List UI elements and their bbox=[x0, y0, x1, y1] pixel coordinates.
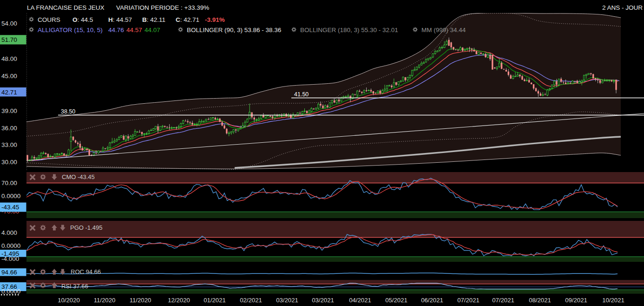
svg-text:54.00: 54.00 bbox=[1, 20, 17, 27]
svg-text:COURS: COURS bbox=[38, 16, 60, 23]
svg-text:36.00: 36.00 bbox=[1, 125, 17, 132]
svg-text:44.07: 44.07 bbox=[145, 27, 160, 33]
svg-text:C: 42.71: C: 42.71 bbox=[176, 16, 199, 23]
svg-text:94.66: 94.66 bbox=[1, 269, 17, 276]
svg-text:48.00: 48.00 bbox=[1, 55, 17, 62]
svg-text:02/2021: 02/2021 bbox=[240, 297, 262, 304]
svg-text:05/2021: 05/2021 bbox=[385, 297, 407, 304]
svg-text:O: 44.5: O: 44.5 bbox=[72, 16, 93, 23]
svg-text:06/2021: 06/2021 bbox=[421, 297, 443, 304]
svg-text:08/2021: 08/2021 bbox=[529, 297, 551, 304]
svg-text:RSI 37.66: RSI 37.66 bbox=[61, 283, 88, 290]
svg-text:09/2021: 09/2021 bbox=[565, 297, 587, 304]
svg-text:44.57: 44.57 bbox=[126, 27, 142, 33]
svg-text:11/2020: 11/2020 bbox=[130, 297, 151, 304]
svg-text:38.50: 38.50 bbox=[61, 108, 75, 115]
svg-text:B: 42.11: B: 42.11 bbox=[142, 16, 165, 23]
svg-text:07/2021: 07/2021 bbox=[492, 297, 514, 304]
svg-text:03/2021: 03/2021 bbox=[276, 297, 298, 304]
svg-text:0.0000: 0.0000 bbox=[1, 242, 20, 249]
svg-text:MM (999) 34.44: MM (999) 34.44 bbox=[421, 27, 466, 33]
svg-text:ALLIGATOR (15, 10, 5): ALLIGATOR (15, 10, 5) bbox=[38, 27, 103, 33]
svg-text:10/2020: 10/2020 bbox=[58, 297, 80, 304]
svg-text:CMO -43.45: CMO -43.45 bbox=[62, 173, 95, 180]
svg-text:12/2020: 12/2020 bbox=[168, 297, 190, 304]
svg-text:44.76: 44.76 bbox=[108, 27, 124, 33]
svg-text:VARIATION PERIODE : +33.39%: VARIATION PERIODE : +33.39% bbox=[116, 4, 209, 11]
svg-text:39.00: 39.00 bbox=[1, 107, 17, 114]
svg-text:ROC 94.66: ROC 94.66 bbox=[71, 268, 101, 275]
svg-text:-1.495: -1.495 bbox=[1, 250, 19, 257]
svg-text:30.00: 30.00 bbox=[1, 159, 17, 166]
svg-text:PGO -1.495: PGO -1.495 bbox=[70, 224, 102, 231]
svg-text:0.0000: 0.0000 bbox=[1, 193, 20, 200]
svg-text:-3.91%: -3.91% bbox=[205, 16, 225, 23]
svg-text:03/2021: 03/2021 bbox=[312, 297, 334, 304]
svg-text:BOLLINGER (180, 3) 55.30 - 32.: BOLLINGER (180, 3) 55.30 - 32.01 bbox=[300, 27, 398, 33]
svg-text:11/2020: 11/2020 bbox=[94, 297, 116, 304]
svg-text:51.70: 51.70 bbox=[1, 36, 17, 43]
svg-text:BOLLINGER (90, 3) 53.86 - 38.3: BOLLINGER (90, 3) 53.86 - 38.36 bbox=[187, 27, 281, 33]
svg-text:01/2021: 01/2021 bbox=[204, 297, 226, 304]
svg-text:07/2021: 07/2021 bbox=[457, 297, 480, 304]
svg-text:10/2021: 10/2021 bbox=[602, 297, 624, 304]
svg-text:LA FRANCAISE DES JEUX: LA FRANCAISE DES JEUX bbox=[27, 4, 105, 11]
svg-text:45.00: 45.00 bbox=[1, 73, 17, 80]
svg-text:41.50: 41.50 bbox=[294, 91, 309, 98]
svg-text:4.000: 4.000 bbox=[1, 229, 17, 236]
svg-text:33.00: 33.00 bbox=[1, 141, 17, 148]
svg-text:2 ANS - JOUR: 2 ANS - JOUR bbox=[602, 4, 643, 11]
svg-text:42.71: 42.71 bbox=[1, 89, 17, 96]
svg-text:H: 44.57: H: 44.57 bbox=[108, 16, 132, 23]
svg-text:-43.45: -43.45 bbox=[1, 204, 19, 211]
svg-text:04/2021: 04/2021 bbox=[349, 297, 371, 304]
svg-text:70.00: 70.00 bbox=[1, 180, 17, 186]
svg-text:0.0000: 0.0000 bbox=[1, 288, 20, 295]
